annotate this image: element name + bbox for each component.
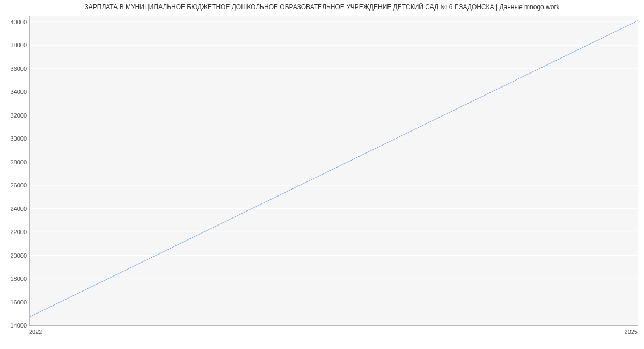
y-tick-label: 20000 (3, 252, 27, 259)
plot-area (29, 16, 638, 325)
series-svg (29, 16, 638, 325)
x-axis (29, 325, 638, 326)
x-tick-label: 2022 (29, 329, 42, 335)
y-tick-label: 24000 (3, 206, 27, 212)
chart-title: ЗАРПЛАТА В МУНИЦИПАЛЬНОЕ БЮДЖЕТНОЕ ДОШКО… (0, 3, 644, 11)
y-tick-label: 40000 (3, 19, 27, 25)
y-tick-label: 34000 (3, 89, 27, 95)
y-tick-label: 30000 (3, 135, 27, 142)
y-tick-label: 38000 (3, 42, 27, 48)
chart-container: ЗАРПЛАТА В МУНИЦИПАЛЬНОЕ БЮДЖЕТНОЕ ДОШКО… (0, 0, 644, 349)
y-tick-label: 28000 (3, 159, 27, 165)
y-tick-label: 16000 (3, 299, 27, 306)
y-tick-label: 14000 (3, 322, 27, 329)
y-tick-label: 18000 (3, 275, 27, 282)
y-tick-label: 26000 (3, 182, 27, 188)
x-tick-label: 2025 (625, 329, 638, 335)
y-tick-label: 36000 (3, 66, 27, 72)
series-group (29, 21, 638, 317)
y-axis (29, 16, 30, 325)
y-tick-label: 32000 (3, 112, 27, 119)
series-line (29, 21, 638, 317)
y-tick-label: 22000 (3, 229, 27, 235)
